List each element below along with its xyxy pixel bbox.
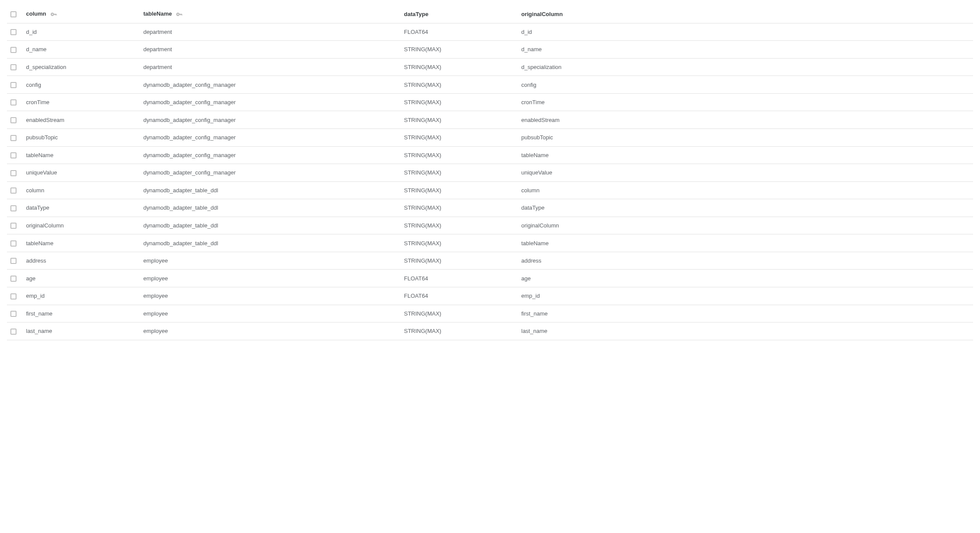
cell-dataType: STRING(MAX) <box>401 164 518 182</box>
cell-column: d_name <box>23 41 140 59</box>
header-original-column[interactable]: originalColumn <box>518 5 973 23</box>
row-checkbox-cell <box>7 146 23 164</box>
cell-column: tableName <box>23 146 140 164</box>
cell-originalColumn-value: uniqueValue <box>521 169 552 176</box>
cell-tableName-value: department <box>143 29 172 35</box>
cell-tableName: employee <box>140 305 401 322</box>
row-checkbox[interactable] <box>10 188 17 194</box>
cell-column-value: d_name <box>26 46 46 53</box>
row-checkbox[interactable] <box>10 135 17 141</box>
row-checkbox[interactable] <box>10 258 17 264</box>
table-row: first_nameemployeeSTRING(MAX)first_name <box>7 305 973 322</box>
row-checkbox-cell <box>7 93 23 111</box>
cell-column-value: emp_id <box>26 293 45 299</box>
row-checkbox-cell <box>7 305 23 322</box>
row-checkbox[interactable] <box>10 64 17 70</box>
row-checkbox[interactable] <box>10 329 17 335</box>
cell-tableName: department <box>140 58 401 76</box>
row-checkbox[interactable] <box>10 29 17 35</box>
row-checkbox[interactable] <box>10 293 17 299</box>
row-checkbox[interactable] <box>10 82 17 88</box>
row-checkbox[interactable] <box>10 99 17 105</box>
cell-column: cronTime <box>23 93 140 111</box>
cell-column: column <box>23 181 140 199</box>
row-checkbox[interactable] <box>10 117 17 123</box>
cell-tableName-value: employee <box>143 293 168 299</box>
cell-tableName-value: department <box>143 46 172 53</box>
cell-originalColumn: config <box>518 76 973 94</box>
cell-tableName: dynamodb_adapter_config_manager <box>140 111 401 129</box>
cell-dataType-value: STRING(MAX) <box>404 64 441 70</box>
cell-column-value: d_id <box>26 29 37 35</box>
cell-dataType: STRING(MAX) <box>401 128 518 146</box>
cell-tableName-value: dynamodb_adapter_table_ddl <box>143 240 218 247</box>
row-checkbox[interactable] <box>10 240 17 247</box>
row-checkbox-cell <box>7 41 23 59</box>
table-row: columndynamodb_adapter_table_ddlSTRING(M… <box>7 181 973 199</box>
header-data-type[interactable]: dataType <box>401 5 518 23</box>
table-row: ageemployeeFLOAT64age <box>7 270 973 287</box>
table-row: cronTimedynamodb_adapter_config_managerS… <box>7 93 973 111</box>
cell-originalColumn: first_name <box>518 305 973 322</box>
cell-dataType: FLOAT64 <box>401 287 518 305</box>
cell-dataType: STRING(MAX) <box>401 181 518 199</box>
cell-column: d_id <box>23 23 140 41</box>
cell-dataType-value: STRING(MAX) <box>404 310 441 317</box>
cell-column-value: dataType <box>26 204 50 211</box>
table-row: configdynamodb_adapter_config_managerSTR… <box>7 76 973 94</box>
row-checkbox[interactable] <box>10 205 17 211</box>
table-row: last_nameemployeeSTRING(MAX)last_name <box>7 322 973 340</box>
cell-dataType-value: STRING(MAX) <box>404 328 441 334</box>
cell-dataType: FLOAT64 <box>401 270 518 287</box>
cell-column-value: cronTime <box>26 99 50 105</box>
cell-dataType-value: STRING(MAX) <box>404 257 441 264</box>
row-checkbox-cell <box>7 270 23 287</box>
row-checkbox-cell <box>7 217 23 234</box>
table-row: tableNamedynamodb_adapter_config_manager… <box>7 146 973 164</box>
cell-originalColumn: d_specialization <box>518 58 973 76</box>
cell-originalColumn-value: first_name <box>521 310 548 317</box>
cell-dataType: STRING(MAX) <box>401 199 518 217</box>
cell-column: d_specialization <box>23 58 140 76</box>
cell-column: address <box>23 252 140 270</box>
row-checkbox-cell <box>7 164 23 182</box>
table-row: d_namedepartmentSTRING(MAX)d_name <box>7 41 973 59</box>
columns-table: column tableName dataType originalColumn… <box>7 5 973 340</box>
cell-tableName-value: dynamodb_adapter_config_manager <box>143 99 236 105</box>
cell-tableName: employee <box>140 270 401 287</box>
cell-dataType-value: STRING(MAX) <box>404 117 441 123</box>
cell-dataType: STRING(MAX) <box>401 111 518 129</box>
cell-originalColumn-value: enabledStream <box>521 117 560 123</box>
row-checkbox[interactable] <box>10 276 17 282</box>
row-checkbox[interactable] <box>10 152 17 158</box>
header-column-label: column <box>26 10 46 17</box>
cell-tableName: employee <box>140 322 401 340</box>
row-checkbox[interactable] <box>10 47 17 53</box>
cell-column-value: originalColumn <box>26 222 64 229</box>
cell-originalColumn: originalColumn <box>518 217 973 234</box>
cell-dataType: STRING(MAX) <box>401 146 518 164</box>
header-checkbox-cell <box>7 5 23 23</box>
cell-dataType: STRING(MAX) <box>401 252 518 270</box>
cell-originalColumn-value: originalColumn <box>521 222 559 229</box>
row-checkbox[interactable] <box>10 223 17 229</box>
header-table-name[interactable]: tableName <box>140 5 401 23</box>
cell-tableName-value: employee <box>143 328 168 334</box>
cell-dataType: STRING(MAX) <box>401 234 518 252</box>
table-header-row: column tableName dataType originalColumn <box>7 5 973 23</box>
row-checkbox-cell <box>7 322 23 340</box>
cell-tableName: dynamodb_adapter_table_ddl <box>140 217 401 234</box>
row-checkbox[interactable] <box>10 170 17 176</box>
select-all-checkbox[interactable] <box>10 11 17 17</box>
header-column[interactable]: column <box>23 5 140 23</box>
cell-tableName: employee <box>140 287 401 305</box>
cell-tableName-value: dynamodb_adapter_table_ddl <box>143 204 218 211</box>
row-checkbox[interactable] <box>10 311 17 317</box>
cell-dataType: STRING(MAX) <box>401 58 518 76</box>
cell-originalColumn-value: tableName <box>521 152 549 158</box>
cell-originalColumn-value: pubsubTopic <box>521 134 553 141</box>
cell-tableName-value: dynamodb_adapter_config_manager <box>143 169 236 176</box>
cell-dataType: STRING(MAX) <box>401 322 518 340</box>
cell-dataType: FLOAT64 <box>401 23 518 41</box>
cell-tableName: department <box>140 23 401 41</box>
